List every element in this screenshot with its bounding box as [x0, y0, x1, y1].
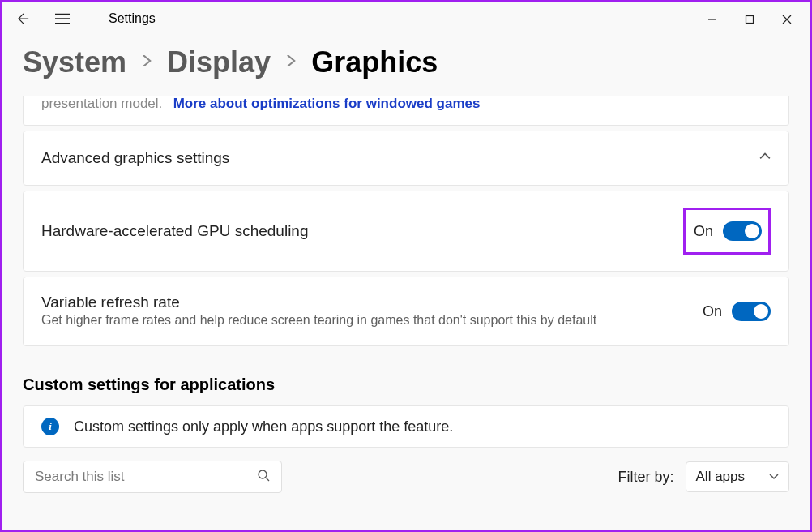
gpu-scheduling-label: Hardware-accelerated GPU scheduling [41, 222, 309, 240]
filter-dropdown[interactable]: All apps [686, 461, 789, 492]
breadcrumb-system[interactable]: System [23, 45, 126, 79]
vrr-label: Variable refresh rate [41, 294, 596, 311]
close-button[interactable] [768, 6, 806, 32]
vrr-toggle[interactable] [732, 302, 771, 321]
breadcrumb-display[interactable]: Display [167, 45, 271, 79]
back-button[interactable] [16, 13, 31, 24]
partial-text: presentation model. [41, 96, 162, 111]
more-about-optimizations-link[interactable]: More about optimizations for windowed ga… [173, 96, 481, 111]
chevron-right-icon [285, 55, 297, 70]
search-input[interactable]: Search this list [23, 461, 282, 493]
highlighted-gpu-toggle: On [683, 208, 771, 255]
search-icon [257, 469, 270, 485]
windowed-games-card-partial: presentation model. More about optimizat… [23, 96, 789, 126]
chevron-right-icon [141, 55, 152, 70]
gpu-scheduling-card: Hardware-accelerated GPU scheduling On [23, 191, 789, 272]
maximize-button[interactable] [731, 6, 768, 32]
app-title: Settings [109, 11, 156, 26]
variable-refresh-card: Variable refresh rate Get higher frame r… [23, 277, 789, 346]
chevron-down-icon [769, 470, 779, 484]
breadcrumb-graphics: Graphics [311, 45, 438, 79]
info-icon: i [41, 418, 59, 435]
advanced-graphics-card: Advanced graphics settings [23, 131, 789, 186]
custom-settings-heading: Custom settings for applications [23, 351, 789, 405]
svg-point-1 [259, 470, 267, 478]
hamburger-menu-button[interactable] [55, 13, 70, 24]
filter-label: Filter by: [618, 469, 674, 486]
chevron-up-icon [759, 151, 771, 165]
info-text: Custom settings only apply when apps sup… [74, 418, 453, 435]
svg-rect-0 [746, 16, 754, 24]
advanced-graphics-header[interactable]: Advanced graphics settings [24, 131, 788, 185]
minimize-button[interactable] [694, 6, 731, 32]
advanced-graphics-title: Advanced graphics settings [41, 149, 229, 167]
breadcrumb: System Display Graphics [2, 37, 810, 96]
vrr-description: Get higher frame rates and help reduce s… [41, 311, 596, 329]
search-placeholder: Search this list [35, 469, 125, 485]
info-banner: i Custom settings only apply when apps s… [23, 405, 789, 448]
gpu-toggle-state: On [694, 223, 713, 240]
gpu-scheduling-toggle[interactable] [723, 221, 762, 241]
vrr-toggle-state: On [703, 303, 722, 320]
filter-value: All apps [696, 469, 745, 485]
